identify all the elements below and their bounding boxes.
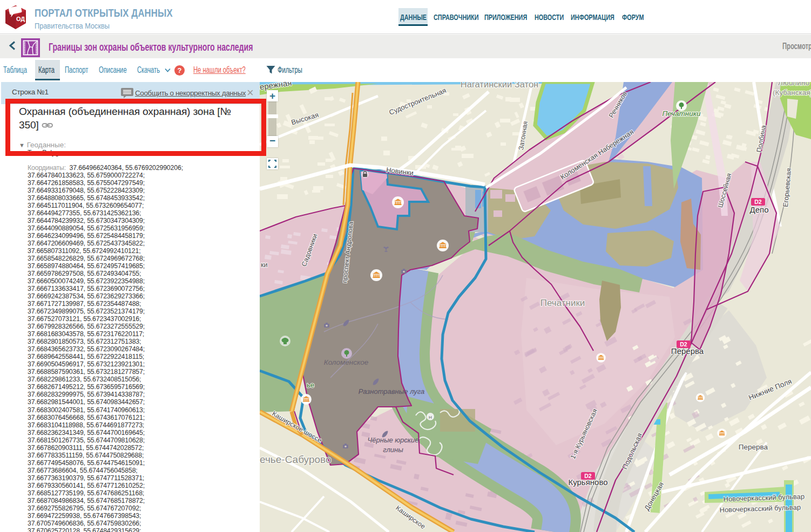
svg-text:ье: ье: [307, 381, 314, 389]
svg-text:Люблино: Люблино: [778, 82, 810, 87]
svg-text:Печатники: Печатники: [540, 298, 585, 308]
svg-text:ечье-Сабурово: ечье-Сабурово: [260, 454, 331, 465]
svg-text:Депо: Депо: [750, 205, 769, 214]
svg-text:Перерва: Перерва: [739, 443, 768, 451]
svg-text:Нагатинский Затон: Нагатинский Затон: [461, 82, 538, 89]
svg-text:H: H: [429, 415, 432, 420]
svg-text:глины: глины: [383, 446, 403, 454]
svg-text:ки: ки: [261, 261, 267, 269]
svg-text:Разнотравные луга: Разнотравные луга: [359, 387, 425, 395]
svg-text:ОД: ОД: [16, 16, 25, 22]
svg-text:Чёрные юрские: Чёрные юрские: [368, 436, 419, 444]
svg-text:D2: D2: [754, 199, 762, 205]
svg-text:Коломенское: Коломенское: [324, 358, 369, 366]
svg-text:(Кубанская): (Кубанская): [773, 88, 811, 97]
svg-text:Перерва: Перерва: [671, 346, 704, 356]
svg-text:Курьяново: Курьяново: [568, 478, 607, 487]
